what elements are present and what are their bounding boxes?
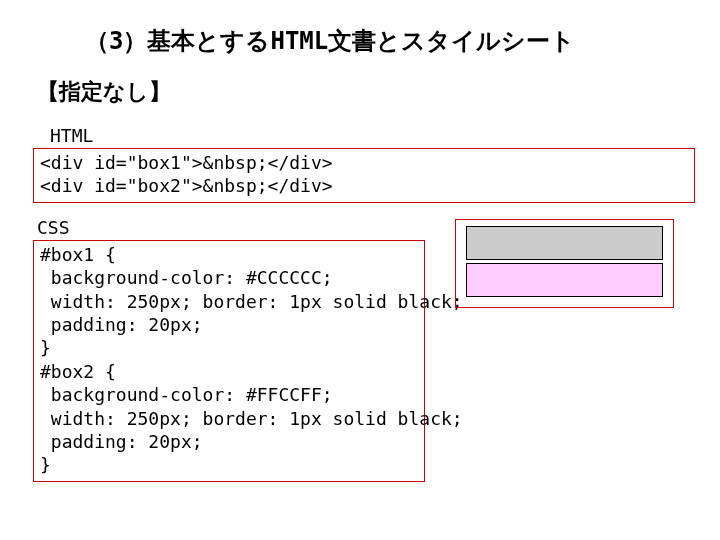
preview-box1 (466, 226, 663, 260)
slide-page: （3）基本とするHTML文書とスタイルシート 【指定なし】 HTML <div … (0, 0, 720, 516)
html-label: HTML (50, 125, 695, 146)
css-code-box: #box1 { background-color: #CCCCCC; width… (33, 240, 425, 482)
preview-column (455, 219, 674, 312)
css-column: CSS #box1 { background-color: #CCCCCC; w… (25, 217, 425, 496)
html-code-box: <div id="box1">&nbsp;</div> <div id="box… (33, 148, 695, 203)
page-title: （3）基本とするHTML文書とスタイルシート (85, 25, 695, 57)
preview-container (455, 219, 674, 308)
css-label: CSS (37, 217, 425, 238)
preview-box2 (466, 263, 663, 297)
section-subtitle: 【指定なし】 (37, 77, 695, 107)
css-preview-row: CSS #box1 { background-color: #CCCCCC; w… (25, 217, 695, 496)
